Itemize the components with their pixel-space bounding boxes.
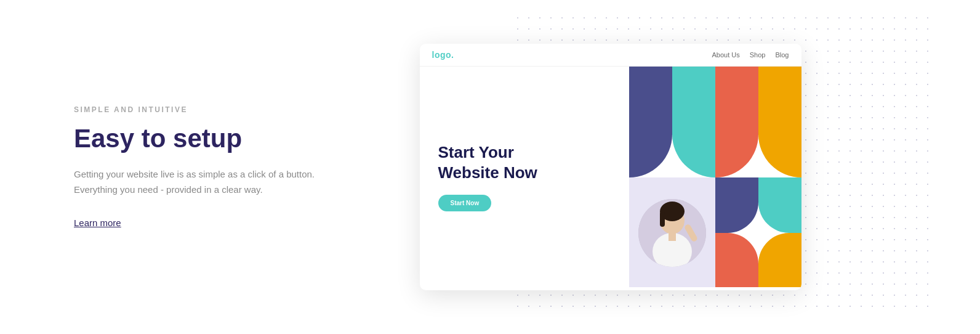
main-headline: Easy to setup: [74, 124, 315, 153]
nav-link-about[interactable]: About Us: [712, 51, 740, 59]
shape-grid: [629, 67, 801, 287]
browser-logo: logo.: [432, 50, 454, 60]
quad-navy: [715, 177, 758, 233]
browser-content-left: Start Your Website Now Start Now: [420, 67, 629, 287]
description-text: Getting your website live is as simple a…: [74, 167, 315, 198]
shape-teal: [672, 67, 715, 177]
woman-silhouette: [638, 199, 706, 267]
learn-more-link[interactable]: Learn more: [74, 218, 121, 228]
browser-mockup-card: logo. About Us Shop Blog Start Your Webs…: [420, 44, 801, 290]
browser-nav-bar: logo. About Us Shop Blog: [420, 44, 801, 67]
nav-link-blog[interactable]: Blog: [775, 51, 789, 59]
eyebrow-label: SIMPLE AND INTUITIVE: [74, 105, 315, 114]
svg-rect-3: [660, 211, 665, 227]
woman-photo-circle: [638, 199, 706, 267]
right-content: logo. About Us Shop Blog Start Your Webs…: [315, 0, 906, 334]
shape-gold: [758, 67, 801, 177]
browser-body: Start Your Website Now Start Now: [420, 67, 801, 287]
shape-cell-top-left: [629, 67, 715, 177]
start-now-button[interactable]: Start Now: [438, 195, 492, 211]
svg-rect-5: [669, 232, 676, 241]
quad-teal: [758, 177, 801, 233]
browser-nav-links: About Us Shop Blog: [712, 51, 789, 59]
shape-cell-mid-right: [715, 177, 801, 287]
quad-coral: [715, 233, 758, 287]
shape-coral: [715, 67, 758, 177]
shape-cell-mid-left: [629, 177, 715, 287]
nav-link-shop[interactable]: Shop: [750, 51, 766, 59]
quad-gold: [758, 233, 801, 287]
shape-cell-top-right: [715, 67, 801, 177]
browser-content-right: [629, 67, 801, 287]
main-container: SIMPLE AND INTUITIVE Easy to setup Getti…: [0, 0, 980, 334]
left-content: SIMPLE AND INTUITIVE Easy to setup Getti…: [74, 105, 315, 229]
shape-navy: [629, 67, 672, 177]
browser-main-headline: Start Your Website Now: [438, 142, 611, 182]
